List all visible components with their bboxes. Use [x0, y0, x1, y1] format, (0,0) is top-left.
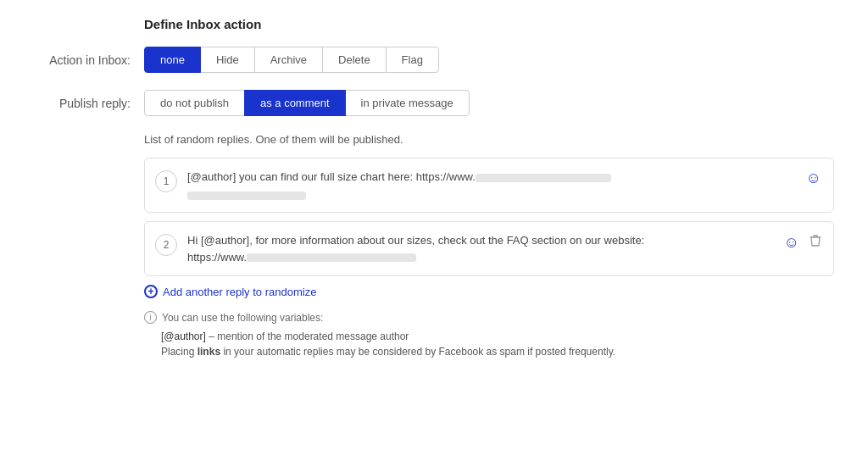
publish-option-btn-group: do not publish as a comment in private m…	[144, 90, 469, 116]
variable-author-name: [@author]	[161, 330, 206, 342]
info-variables-label: You can use the following variables:	[162, 310, 323, 325]
inbox-action-label: Action in Inbox:	[34, 53, 144, 67]
info-section: i You can use the following variables: […	[144, 310, 834, 358]
reply-1-actions: ☺	[804, 169, 823, 187]
publish-option-as-a-comment[interactable]: as a comment	[244, 90, 346, 116]
inbox-action-row: Action in Inbox: none Hide Archive Delet…	[34, 47, 834, 73]
reply-2-delete-btn[interactable]	[808, 232, 823, 252]
reply-number-1: 1	[155, 170, 177, 192]
replies-section: List of random replies. One of them will…	[144, 133, 834, 358]
info-variables-row: i You can use the following variables:	[144, 310, 834, 325]
section-title: Define Inbox action	[144, 17, 834, 31]
inbox-action-archive[interactable]: Archive	[254, 47, 323, 73]
inbox-action-delete[interactable]: Delete	[322, 47, 387, 73]
add-reply-link[interactable]: + Add another reply to randomize	[144, 285, 834, 298]
replies-description: List of random replies. One of them will…	[144, 133, 834, 146]
reply-2-actions: ☺	[782, 232, 823, 252]
reply-text-1: [@author] you can find our full size cha…	[187, 169, 796, 202]
reply-2-emoji-btn[interactable]: ☺	[782, 233, 801, 252]
links-bold: links	[198, 346, 220, 358]
publish-option-in-private-message[interactable]: in private message	[345, 90, 470, 116]
add-reply-label: Add another reply to randomize	[163, 286, 316, 298]
variable-author: [@author] – mention of the moderated mes…	[161, 330, 834, 342]
reply-number-2: 2	[155, 234, 177, 256]
inbox-action-none[interactable]: none	[144, 47, 201, 73]
variables-block: [@author] – mention of the moderated mes…	[161, 330, 834, 358]
reply-text-2: Hi [@author], for more information about…	[187, 232, 774, 265]
add-reply-plus-icon: +	[144, 285, 158, 298]
publish-option-do-not-publish[interactable]: do not publish	[144, 90, 245, 116]
reply-item: 1 [@author] you can find our full size c…	[144, 158, 834, 213]
spam-warning: Placing links in your automatic replies …	[161, 346, 834, 358]
publish-reply-label: Publish reply:	[34, 97, 144, 110]
variable-author-desc: – mention of the moderated message autho…	[209, 330, 409, 342]
inbox-action-btn-group: none Hide Archive Delete Flag	[144, 47, 438, 73]
inbox-action-flag[interactable]: Flag	[386, 47, 439, 73]
inbox-action-hide[interactable]: Hide	[200, 47, 255, 73]
info-icon: i	[144, 311, 157, 324]
publish-reply-row: Publish reply: do not publish as a comme…	[34, 90, 834, 116]
reply-1-emoji-btn[interactable]: ☺	[804, 169, 823, 187]
reply-item-2: 2 Hi [@author], for more information abo…	[144, 221, 834, 276]
